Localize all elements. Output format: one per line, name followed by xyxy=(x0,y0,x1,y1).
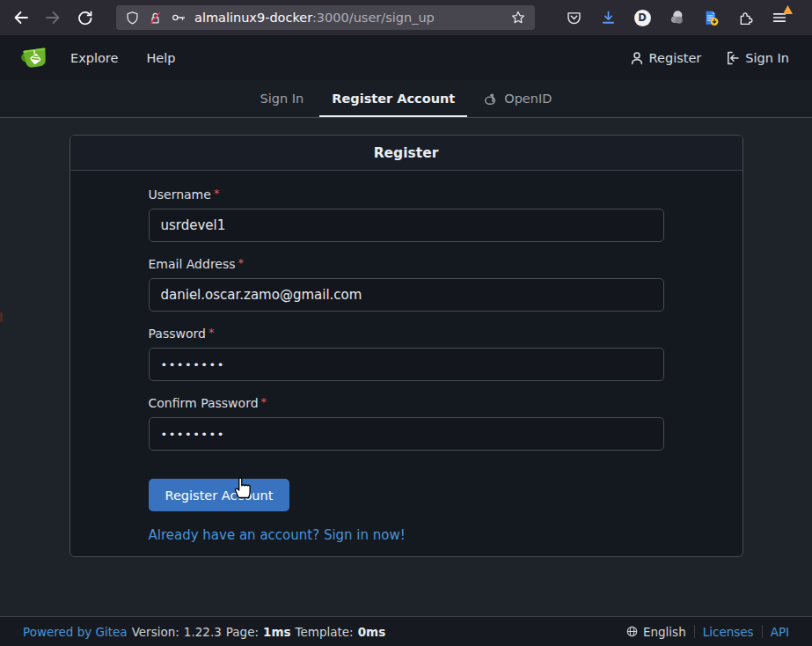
password-input[interactable] xyxy=(149,348,664,381)
template-time-value: 0ms xyxy=(358,625,386,639)
page-time-value: 1ms xyxy=(263,625,291,639)
url-host: almalinux9-docker xyxy=(194,11,312,25)
insecure-lock-icon[interactable] xyxy=(148,11,163,26)
version-label: Version: xyxy=(132,625,179,639)
site-footer: Powered by Gitea Version: 1.22.3 Page: 1… xyxy=(0,616,812,646)
tab-sign-in[interactable]: Sign In xyxy=(248,80,317,117)
duckduckgo-extension-icon[interactable]: D xyxy=(633,9,651,26)
email-field-group: Email Address* xyxy=(149,257,664,312)
document-extension-icon[interactable] xyxy=(702,9,720,26)
required-marker: * xyxy=(208,327,215,338)
register-panel: Register Username* Email Address* Passwo… xyxy=(69,135,743,557)
password-field-group: Password* xyxy=(149,327,664,381)
username-field-group: Username* xyxy=(149,187,664,242)
confirm-password-field-group: Confirm Password* xyxy=(149,396,664,451)
reload-icon xyxy=(77,10,93,26)
downloads-icon[interactable] xyxy=(599,9,617,26)
menu-warning-badge xyxy=(783,5,793,14)
auth-tabbar: Sign In Register Account OpenID xyxy=(0,80,812,118)
register-account-button[interactable]: Register Account xyxy=(149,479,290,511)
footer-divider xyxy=(762,625,763,638)
forward-arrow-icon xyxy=(44,9,62,26)
powered-by-gitea-link[interactable]: Powered by Gitea xyxy=(23,625,128,639)
gray-circles-extension-icon[interactable] xyxy=(668,9,685,26)
username-input[interactable] xyxy=(149,209,664,242)
username-label: Username* xyxy=(149,187,664,202)
page-time-label: Page: xyxy=(226,625,259,639)
url-bar[interactable]: almalinux9-docker:3000/user/sign_up xyxy=(116,5,535,30)
sign-in-icon xyxy=(726,51,740,65)
extension-area: D xyxy=(565,9,788,26)
nav-help[interactable]: Help xyxy=(146,51,175,65)
reload-button[interactable] xyxy=(70,4,99,31)
required-marker: * xyxy=(214,187,220,199)
site-navbar: Explore Help Register Sign In xyxy=(0,35,812,80)
language-label: English xyxy=(643,625,686,639)
nav-sign-in[interactable]: Sign In xyxy=(726,51,789,65)
page-content: Register Username* Email Address* Passwo… xyxy=(0,135,812,633)
required-marker: * xyxy=(261,396,267,407)
gitea-logo[interactable] xyxy=(18,42,49,74)
nav-explore[interactable]: Explore xyxy=(70,51,118,65)
person-icon xyxy=(630,51,644,65)
footer-divider xyxy=(694,625,695,638)
globe-icon xyxy=(625,625,639,638)
template-time-label: Template: xyxy=(296,625,354,639)
saved-login-key-icon[interactable] xyxy=(171,10,187,26)
url-text[interactable]: almalinux9-docker:3000/user/sign_up xyxy=(194,11,502,25)
email-input[interactable] xyxy=(149,278,664,312)
screen-edge-artifact xyxy=(0,312,3,322)
shield-permissions-icon[interactable] xyxy=(125,11,140,26)
menu-hamburger-icon[interactable] xyxy=(771,9,788,26)
register-form: Username* Email Address* Password* Confi… xyxy=(70,171,743,556)
back-arrow-icon xyxy=(12,9,30,26)
openid-icon xyxy=(483,92,498,106)
tab-register-account[interactable]: Register Account xyxy=(319,80,467,117)
bookmark-star-icon[interactable] xyxy=(510,10,526,26)
api-link[interactable]: API xyxy=(771,625,789,639)
confirm-password-label: Confirm Password* xyxy=(149,396,664,410)
required-marker: * xyxy=(238,257,245,268)
email-label: Email Address* xyxy=(149,257,664,271)
panel-title: Register xyxy=(70,136,743,171)
password-label: Password* xyxy=(149,327,664,341)
url-path: :3000/user/sign_up xyxy=(312,11,435,25)
forward-button[interactable] xyxy=(39,4,67,31)
version-value: 1.22.3 xyxy=(184,625,222,639)
browser-toolbar: almalinux9-docker:3000/user/sign_up D xyxy=(0,0,812,35)
tab-openid[interactable]: OpenID xyxy=(471,80,564,117)
sign-in-now-link[interactable]: Already have an account? Sign in now! xyxy=(149,527,406,543)
nav-register[interactable]: Register xyxy=(630,51,702,65)
extensions-puzzle-icon[interactable] xyxy=(736,9,754,26)
confirm-password-input[interactable] xyxy=(149,417,664,451)
language-selector[interactable]: English xyxy=(625,625,686,639)
back-button[interactable] xyxy=(7,4,35,31)
licenses-link[interactable]: Licenses xyxy=(703,625,754,639)
pocket-icon[interactable] xyxy=(565,9,582,26)
